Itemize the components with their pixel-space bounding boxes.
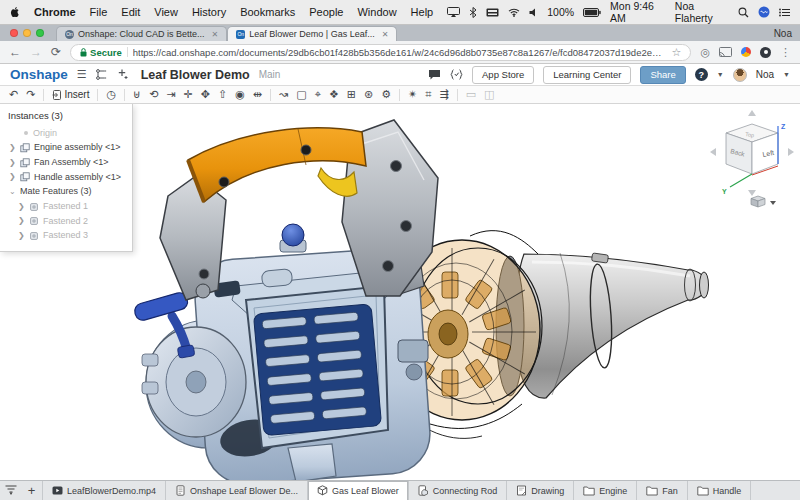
section-view-icon[interactable]: ◫ bbox=[484, 89, 494, 100]
element-tab-fan-folder[interactable]: Fan bbox=[637, 481, 688, 500]
back-button[interactable]: ← bbox=[9, 46, 21, 58]
cast-icon[interactable] bbox=[719, 47, 732, 57]
3d-viewport[interactable]: Instances (3) Origin ❯ Engine assembly <… bbox=[0, 104, 800, 480]
menu-people[interactable]: People bbox=[309, 6, 343, 18]
extension-recorder-icon[interactable] bbox=[760, 47, 771, 58]
chrome-profile-name[interactable]: Noa bbox=[774, 28, 792, 39]
tree-item-handle-assembly[interactable]: ❯ Handle assembly <1> bbox=[0, 170, 132, 185]
menu-window[interactable]: Window bbox=[357, 6, 396, 18]
browser-tab-leaf-blower-demo[interactable]: On Leaf Blower Demo | Gas Leaf... ✕ bbox=[227, 26, 397, 41]
menu-edit[interactable]: Edit bbox=[121, 6, 140, 18]
menu-help[interactable]: Help bbox=[411, 6, 434, 18]
mate-group-icon[interactable]: ▢ bbox=[296, 89, 306, 100]
display-states-icon[interactable]: ⇶ bbox=[439, 89, 448, 100]
bluetooth-icon[interactable] bbox=[469, 7, 477, 18]
tree-item-fastened-2[interactable]: ❯ Fastened 2 bbox=[0, 214, 132, 229]
parallel-mate-icon[interactable]: ⇹ bbox=[253, 89, 262, 100]
main-menu-icon[interactable]: ☰ bbox=[77, 68, 87, 81]
keyboard-input-icon[interactable] bbox=[486, 8, 499, 17]
address-bar[interactable]: Secure https://cad.onshape.com/documents… bbox=[70, 44, 691, 61]
slider-mate-icon[interactable]: ⇥ bbox=[166, 89, 175, 100]
measure-icon[interactable]: ▭ bbox=[466, 89, 476, 100]
expand-chevron-icon[interactable]: ❯ bbox=[18, 216, 25, 226]
bookmark-star-icon[interactable]: ☆ bbox=[672, 46, 682, 59]
browser-menu-icon[interactable]: ⋮ bbox=[780, 47, 791, 58]
gear-relation-icon[interactable]: ⚙ bbox=[381, 89, 391, 100]
menubar-clock[interactable]: Mon 9:46 AM bbox=[610, 0, 666, 24]
tree-item-fastened-1[interactable]: ❯ Fastened 1 bbox=[0, 199, 132, 214]
circular-pattern-icon[interactable]: ⊛ bbox=[364, 89, 373, 100]
forward-button[interactable]: → bbox=[30, 46, 42, 58]
menubar-user[interactable]: Noa Flaherty bbox=[675, 0, 729, 24]
insert-new-element-icon[interactable] bbox=[117, 69, 128, 80]
element-tab-leafblowerdemo-mp4[interactable]: LeafBlowerDemo.mp4 bbox=[42, 481, 166, 500]
siri-icon[interactable] bbox=[758, 6, 770, 18]
user-avatar[interactable] bbox=[733, 68, 747, 82]
element-tab-gas-leaf-blower[interactable]: Gas Leaf Blower bbox=[308, 481, 409, 500]
learning-center-button[interactable]: Learning Center bbox=[543, 66, 631, 84]
browser-tab-onshape-home[interactable]: On Onshape: Cloud CAD is Bette... ✕ bbox=[56, 26, 227, 41]
element-tab-engine-folder[interactable]: Engine bbox=[574, 481, 637, 500]
menu-file[interactable]: File bbox=[90, 6, 108, 18]
wifi-icon[interactable] bbox=[508, 8, 520, 17]
insert-button[interactable]: Insert bbox=[52, 89, 89, 100]
help-button[interactable]: ? bbox=[695, 68, 708, 81]
onshape-logo[interactable]: Onshape bbox=[10, 67, 68, 82]
element-tab-onshape-leaf-blower-doc[interactable]: Onshape Leaf Blower De... bbox=[166, 481, 308, 500]
pin-slot-mate-icon[interactable]: ⇧ bbox=[218, 89, 227, 100]
tab-close-icon[interactable]: ✕ bbox=[382, 30, 389, 39]
extension-target-icon[interactable]: ◎ bbox=[700, 47, 710, 58]
mate-icon[interactable]: ⊎ bbox=[133, 89, 141, 100]
tree-item-engine-assembly[interactable]: ❯ Engine assembly <1> bbox=[0, 141, 132, 156]
revolute-mate-icon[interactable]: ⟲ bbox=[149, 89, 158, 100]
snapshot-icon[interactable]: ⌗ bbox=[425, 89, 431, 100]
expand-chevron-icon[interactable]: ❯ bbox=[9, 143, 16, 153]
comments-icon[interactable] bbox=[428, 69, 441, 80]
extension-colored-icon[interactable] bbox=[741, 47, 751, 57]
battery-icon[interactable] bbox=[583, 8, 601, 17]
tangent-mate-icon[interactable]: ↝ bbox=[279, 89, 288, 100]
linear-pattern-icon[interactable]: ⊞ bbox=[347, 89, 356, 100]
element-tab-drawing[interactable]: Drawing bbox=[507, 481, 574, 500]
menu-bookmarks[interactable]: Bookmarks bbox=[240, 6, 295, 18]
window-zoom-button[interactable] bbox=[36, 29, 44, 37]
reload-button[interactable]: ⟳ bbox=[51, 46, 61, 58]
tree-item-origin[interactable]: Origin bbox=[0, 126, 132, 141]
volume-icon[interactable] bbox=[529, 8, 538, 17]
expand-chevron-icon[interactable]: ❯ bbox=[9, 172, 16, 182]
tab-close-icon[interactable]: ✕ bbox=[212, 30, 219, 39]
tree-item-fan-assembly[interactable]: ❯ Fan Assembly <1> bbox=[0, 155, 132, 170]
spotlight-icon[interactable] bbox=[738, 7, 749, 18]
view-settings-button[interactable] bbox=[751, 196, 776, 207]
airplay-icon[interactable] bbox=[447, 7, 460, 17]
ball-mate-icon[interactable]: ◉ bbox=[235, 89, 245, 100]
element-search-icon[interactable] bbox=[0, 481, 21, 500]
menu-history[interactable]: History bbox=[192, 6, 226, 18]
view-cube[interactable]: Left Back Top Z Y bbox=[710, 110, 794, 196]
window-close-button[interactable] bbox=[10, 29, 18, 37]
exploded-view-icon[interactable]: ✴ bbox=[408, 89, 417, 100]
element-tab-connecting-rod[interactable]: Connecting Rod bbox=[409, 481, 508, 500]
expand-chevron-icon[interactable]: ❯ bbox=[9, 158, 16, 168]
workspace-name[interactable]: Main bbox=[259, 69, 281, 80]
add-element-button[interactable]: + bbox=[21, 481, 42, 500]
app-store-button[interactable]: App Store bbox=[472, 66, 534, 84]
undo-icon[interactable]: ↶ bbox=[9, 89, 18, 100]
window-minimize-button[interactable] bbox=[23, 29, 31, 37]
menu-view[interactable]: View bbox=[154, 6, 178, 18]
tree-item-fastened-3[interactable]: ❯ Fastened 3 bbox=[0, 229, 132, 244]
redo-icon[interactable]: ↷ bbox=[26, 89, 35, 100]
menu-chrome[interactable]: Chrome bbox=[34, 6, 76, 18]
mate-connector-icon[interactable]: ⌖ bbox=[315, 89, 321, 100]
feedback-icon[interactable] bbox=[450, 69, 463, 80]
planar-mate-icon[interactable]: ✛ bbox=[184, 89, 193, 100]
apple-menu-icon[interactable] bbox=[10, 6, 20, 18]
notification-center-icon[interactable] bbox=[779, 8, 790, 17]
user-name[interactable]: Noa bbox=[756, 69, 774, 80]
cylindrical-mate-icon[interactable]: ✥ bbox=[201, 89, 210, 100]
expand-chevron-icon[interactable]: ❯ bbox=[18, 231, 25, 241]
rollback-history-icon[interactable]: ◷ bbox=[106, 89, 116, 100]
instances-header[interactable]: Instances (3) bbox=[0, 109, 132, 126]
versions-history-icon[interactable] bbox=[96, 69, 108, 80]
tree-item-mate-features[interactable]: ⌄ Mate Features (3) bbox=[0, 185, 132, 200]
